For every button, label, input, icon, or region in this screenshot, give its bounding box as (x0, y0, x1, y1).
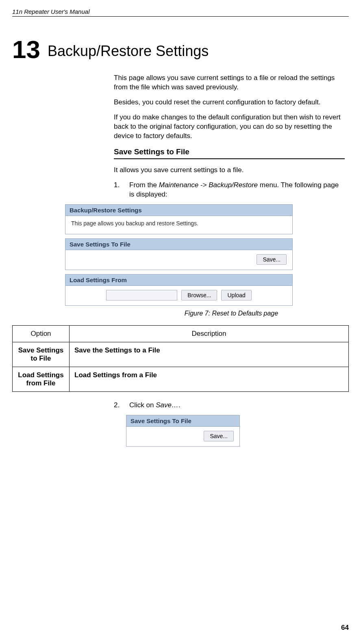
panel-backup-restore: Backup/Restore Settings This page allows… (65, 204, 293, 234)
chapter-heading: 13 Backup/Restore Settings (12, 37, 349, 62)
screenshot-backup-restore: Backup/Restore Settings This page allows… (65, 204, 293, 306)
screenshot-save-small: Save Settings To File Save... (126, 415, 240, 447)
intro-paragraph-2: Besides, you could reset the current con… (114, 98, 345, 107)
step-2-text: Click on Save…. (129, 401, 180, 410)
browse-button[interactable]: Browse... (181, 290, 217, 300)
page-header: 11n Repeater User's Manual (12, 8, 349, 17)
opt-load-settings: Load Settings from File (13, 367, 70, 392)
intro-paragraph-1: This page allows you save current settin… (114, 73, 345, 92)
figure-caption: Figure 7: Reset to Defaults page (114, 310, 349, 317)
panel-header-load: Load Settings From (65, 274, 292, 286)
step-2: 2. Click on Save…. (114, 401, 345, 410)
table-row: Save Settings to File Save the Settings … (13, 342, 349, 367)
panel-desc-backup-restore: This page allows you backup and restore … (65, 216, 292, 234)
options-table: Option Description Save Settings to File… (12, 325, 349, 392)
step-1-text: From the Maintenance -> Backup/Restore m… (129, 181, 345, 199)
step-1: 1. From the Maintenance -> Backup/Restor… (114, 181, 345, 199)
chapter-title: Backup/Restore Settings (48, 43, 209, 62)
th-option: Option (13, 326, 70, 342)
panel-header-save-small: Save Settings To File (126, 415, 239, 427)
desc-load-settings: Load Settings from a File (70, 367, 349, 392)
panel-header-save: Save Settings To File (65, 239, 292, 250)
panel-load-settings: Load Settings From Browse... Upload (65, 274, 293, 306)
panel-header-backup-restore: Backup/Restore Settings (65, 205, 292, 216)
intro-paragraph-3: If you do make changes to the default co… (114, 113, 345, 141)
page-number: 64 (341, 624, 349, 632)
file-path-input[interactable] (106, 290, 177, 300)
section-paragraph-1: It allows you save current settings to a… (114, 166, 345, 175)
save-button-small[interactable]: Save... (204, 431, 234, 441)
step-number-1: 1. (114, 181, 121, 199)
th-description: Description (70, 326, 349, 342)
upload-button[interactable]: Upload (221, 290, 251, 300)
section-heading-save: Save Settings to File (114, 147, 345, 160)
opt-save-settings: Save Settings to File (13, 342, 70, 367)
panel-save-settings: Save Settings To File Save... (65, 238, 293, 270)
chapter-number: 13 (12, 37, 40, 62)
save-button[interactable]: Save... (257, 254, 287, 265)
manual-title: 11n Repeater User's Manual (12, 8, 89, 15)
desc-save-settings: Save the Settings to a File (70, 342, 349, 367)
step-number-2: 2. (114, 401, 121, 410)
table-row: Load Settings from File Load Settings fr… (13, 367, 349, 392)
